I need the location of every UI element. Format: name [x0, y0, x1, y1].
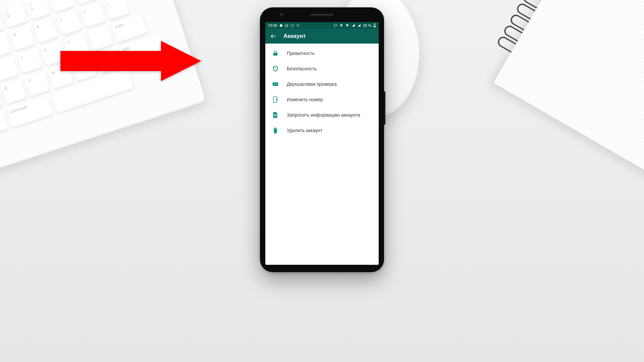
svg-rect-20: [273, 128, 277, 129]
arrow-left-icon: [270, 33, 277, 40]
status-bar: 23:06: [265, 22, 379, 29]
trash-icon: [272, 127, 279, 134]
front-camera: [280, 13, 283, 16]
svg-rect-18: [274, 114, 277, 115]
m-icon: [285, 24, 288, 27]
settings-item-privacy[interactable]: Приватность: [265, 46, 379, 61]
search-icon: [296, 24, 300, 27]
page-title: Аккаунт: [283, 33, 306, 40]
svg-rect-10: [374, 24, 375, 24]
earpiece: [310, 14, 334, 16]
keyboard-prop: %5^6&7*8(9)0_-+delete TYUIOP{}| DFGHJKL:…: [0, 0, 206, 186]
phone-frame: 23:06: [260, 7, 384, 272]
settings-item-request-info[interactable]: Запросить информацию аккаунта: [265, 107, 379, 123]
cast-icon: [333, 24, 337, 27]
settings-item-security[interactable]: Безопасность: [265, 61, 379, 76]
svg-point-15: [275, 84, 276, 84]
svg-line-6: [298, 26, 299, 26]
settings-item-label: Безопасность: [287, 66, 317, 71]
svg-rect-11: [374, 26, 375, 27]
callout-arrow: [60, 41, 201, 81]
circle-icon: [290, 24, 294, 27]
password-icon: [272, 82, 279, 86]
account-settings-list: Приватность Безопасность Двухшаговая про…: [265, 44, 379, 265]
battery-icon: [373, 23, 376, 27]
settings-item-two-step[interactable]: Двухшаговая проверка: [265, 76, 379, 92]
phone-top-bezel: [260, 7, 384, 22]
notebook-prop: [473, 0, 644, 198]
settings-item-label: Запросить информацию аккаунта: [287, 112, 360, 118]
svg-point-4: [291, 24, 293, 27]
signal2-icon: [357, 24, 361, 27]
lock-icon: [272, 50, 279, 56]
document-icon: [272, 112, 279, 118]
desk-scene: %5^6&7*8(9)0_-+delete TYUIOP{}| DFGHJKL:…: [0, 0, 644, 362]
svg-point-5: [297, 24, 299, 26]
signal-icon: [352, 24, 355, 27]
settings-item-delete-account[interactable]: Удалить аккаунт: [265, 123, 379, 138]
svg-rect-2: [280, 25, 281, 25]
settings-item-change-number[interactable]: Изменить номер: [265, 92, 379, 107]
settings-item-label: Изменить номер: [287, 97, 323, 102]
note-icon: [279, 24, 283, 27]
svg-rect-1: [280, 24, 282, 27]
svg-rect-19: [274, 116, 277, 116]
battery-text: 26 %: [363, 23, 371, 27]
svg-marker-0: [60, 41, 201, 81]
back-button[interactable]: [270, 33, 277, 40]
sim-icon: [272, 96, 279, 103]
svg-point-14: [274, 84, 274, 84]
svg-point-16: [276, 84, 277, 84]
bell-off-icon: [339, 24, 343, 27]
app-bar: Аккаунт: [265, 29, 379, 44]
settings-item-label: Приватность: [287, 51, 315, 56]
settings-item-label: Удалить аккаунт: [287, 128, 322, 133]
shield-icon: [272, 66, 279, 72]
clock-text: 23:06: [268, 23, 277, 27]
svg-rect-21: [275, 127, 276, 128]
settings-item-label: Двухшаговая проверка: [287, 81, 337, 87]
phone-screen: 23:06: [265, 22, 379, 265]
wifi-icon: [345, 24, 350, 27]
svg-rect-7: [334, 24, 337, 26]
